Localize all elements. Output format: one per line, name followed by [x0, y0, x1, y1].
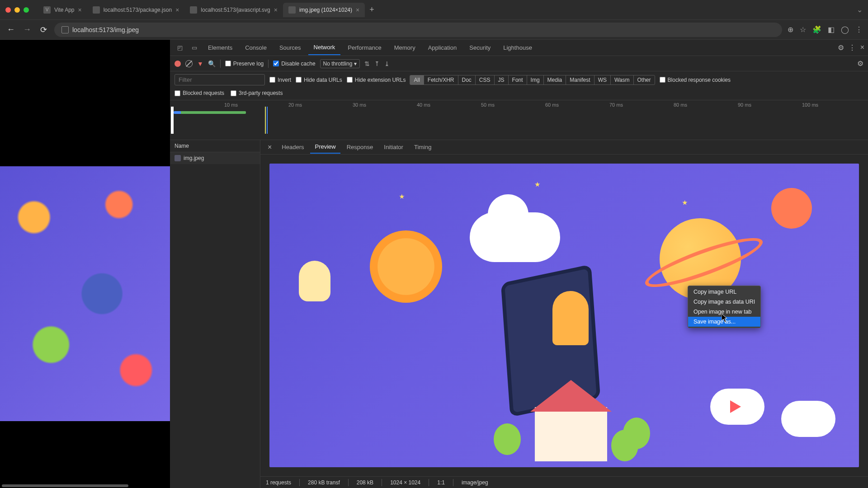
- forward-button[interactable]: →: [22, 25, 33, 34]
- type-pill-font[interactable]: Font: [508, 75, 527, 85]
- type-pill-ws[interactable]: WS: [594, 75, 611, 85]
- type-pill-doc[interactable]: Doc: [458, 75, 476, 85]
- tab-label: localhost:5173/package.json: [104, 7, 172, 13]
- browser-tab[interactable]: V Vite App ×: [38, 3, 87, 17]
- detail-tab-timing[interactable]: Timing: [410, 141, 436, 153]
- panel-tab-application[interactable]: Application: [423, 41, 462, 55]
- extensions-icon[interactable]: 🧩: [812, 25, 821, 34]
- address-bar[interactable]: localhost:5173/img.jpeg: [54, 23, 782, 37]
- context-menu-item-copy-url[interactable]: Copy image URL: [688, 287, 760, 297]
- network-toolbar: ▼ 🔍 Preserve log Disable cache No thrott…: [170, 56, 868, 71]
- browser-toolbar: ← → ⟳ localhost:5173/img.jpeg ⊕ ☆ 🧩 ◧ ◯ …: [0, 20, 868, 40]
- network-conditions-icon[interactable]: ⇅: [364, 60, 370, 67]
- chevron-down-icon[interactable]: ⌄: [857, 5, 863, 14]
- browser-tab-active[interactable]: img.jpeg (1024×1024) ×: [283, 3, 365, 17]
- gear-sun-illustration: [370, 230, 442, 303]
- back-button[interactable]: ←: [5, 25, 16, 34]
- rendered-image[interactable]: [0, 166, 170, 421]
- tree-illustration: [494, 423, 521, 455]
- type-pill-js[interactable]: JS: [494, 75, 509, 85]
- site-info-icon[interactable]: [61, 26, 69, 33]
- invert-checkbox[interactable]: Invert: [269, 77, 291, 83]
- file-type-icon: [175, 155, 181, 161]
- hide-extension-urls-checkbox[interactable]: Hide extension URLs: [347, 77, 406, 83]
- star-icon: [399, 194, 405, 199]
- inspect-element-icon[interactable]: ◰: [174, 42, 186, 54]
- type-pill-media[interactable]: Media: [543, 75, 566, 85]
- type-pill-fetchxhr[interactable]: Fetch/XHR: [424, 75, 458, 85]
- detail-tab-initiator[interactable]: Initiator: [379, 141, 408, 153]
- filter-input[interactable]: [175, 74, 265, 85]
- type-pill-other[interactable]: Other: [633, 75, 655, 85]
- close-tab-icon[interactable]: ×: [175, 6, 179, 14]
- panel-tab-console[interactable]: Console: [240, 41, 272, 55]
- preview-image[interactable]: [269, 164, 859, 467]
- close-detail-icon[interactable]: ×: [264, 143, 275, 151]
- type-pill-css[interactable]: CSS: [475, 75, 495, 85]
- kebab-icon[interactable]: ⋮: [849, 43, 856, 52]
- disable-cache-checkbox[interactable]: Disable cache: [273, 61, 315, 67]
- moon-illustration: [771, 188, 812, 229]
- maximize-window-button[interactable]: [24, 7, 29, 13]
- bookmark-icon[interactable]: ☆: [800, 25, 806, 34]
- timeline-domcontent-marker: [265, 107, 266, 134]
- preserve-log-checkbox[interactable]: Preserve log: [225, 61, 264, 67]
- network-statusbar: 1 requests 280 kB transf 208 kB 1024 × 1…: [260, 476, 868, 488]
- panel-tab-performance[interactable]: Performance: [342, 41, 387, 55]
- close-tab-icon[interactable]: ×: [274, 6, 278, 14]
- request-list: Name img.jpeg: [170, 140, 260, 488]
- close-tab-icon[interactable]: ×: [78, 6, 81, 14]
- request-detail: × Headers Preview Response Initiator Tim…: [260, 140, 868, 488]
- request-row[interactable]: img.jpeg: [170, 152, 260, 164]
- browser-tab[interactable]: localhost:5173/javascript.svg ×: [184, 3, 283, 17]
- export-har-icon[interactable]: ⤓: [384, 60, 390, 67]
- gear-icon[interactable]: ⚙: [838, 43, 844, 52]
- import-har-icon[interactable]: ⤒: [374, 60, 380, 67]
- type-pill-img[interactable]: Img: [527, 75, 544, 85]
- hide-data-urls-checkbox[interactable]: Hide data URLs: [296, 77, 342, 83]
- tab-label: localhost:5173/javascript.svg: [201, 7, 270, 13]
- throttling-select[interactable]: No throttling▾: [320, 59, 360, 68]
- close-devtools-icon[interactable]: ×: [860, 43, 864, 52]
- profile-icon[interactable]: ◯: [841, 25, 849, 34]
- panel-tab-sources[interactable]: Sources: [274, 41, 307, 55]
- panel-tab-memory[interactable]: Memory: [389, 41, 421, 55]
- type-pill-manifest[interactable]: Manifest: [566, 75, 594, 85]
- network-body: Name img.jpeg × Headers Preview Response…: [170, 140, 868, 488]
- list-header-name[interactable]: Name: [170, 140, 260, 152]
- device-toolbar-icon[interactable]: ▭: [188, 42, 201, 54]
- network-timeline[interactable]: 10 ms 20 ms 30 ms 40 ms 50 ms 60 ms 70 m…: [170, 100, 868, 140]
- blocked-requests-checkbox[interactable]: Blocked requests: [175, 90, 224, 96]
- type-pill-wasm[interactable]: Wasm: [610, 75, 634, 85]
- third-party-checkbox[interactable]: 3rd-party requests: [231, 90, 283, 96]
- search-icon[interactable]: 🔍: [208, 60, 216, 67]
- type-pill-all[interactable]: All: [410, 75, 424, 85]
- zoom-icon[interactable]: ⊕: [788, 25, 793, 34]
- devtools-tabs: ◰ ▭ Elements Console Sources Network Per…: [170, 40, 868, 56]
- status-dimensions: 1024 × 1024: [390, 479, 420, 486]
- panel-tab-network[interactable]: Network: [308, 40, 341, 55]
- request-name: img.jpeg: [184, 155, 204, 161]
- context-menu-item-copy-datauri[interactable]: Copy image as data URI: [688, 297, 760, 307]
- detail-tab-preview[interactable]: Preview: [310, 141, 340, 154]
- network-settings-icon[interactable]: ⚙: [857, 59, 863, 68]
- timeline-start-handle[interactable]: [171, 107, 174, 134]
- reload-button[interactable]: ⟳: [38, 25, 49, 35]
- menu-icon[interactable]: ⋮: [855, 25, 863, 34]
- close-tab-icon[interactable]: ×: [356, 6, 359, 14]
- minimize-window-button[interactable]: [14, 7, 20, 13]
- filter-toggle-icon[interactable]: ▼: [197, 60, 203, 67]
- detail-tab-response[interactable]: Response: [342, 141, 378, 153]
- panel-tab-lighthouse[interactable]: Lighthouse: [498, 41, 538, 55]
- panel-tab-security[interactable]: Security: [464, 41, 496, 55]
- horizontal-scrollbar[interactable]: [2, 484, 128, 487]
- close-window-button[interactable]: [5, 7, 11, 13]
- blocked-cookies-checkbox[interactable]: Blocked response cookies: [660, 77, 731, 83]
- side-panel-icon[interactable]: ◧: [828, 25, 835, 34]
- clear-button[interactable]: [185, 60, 193, 67]
- record-button[interactable]: [175, 61, 181, 67]
- new-tab-button[interactable]: +: [365, 5, 379, 14]
- detail-tab-headers[interactable]: Headers: [277, 141, 308, 153]
- panel-tab-elements[interactable]: Elements: [203, 41, 238, 55]
- browser-tab[interactable]: localhost:5173/package.json ×: [87, 3, 185, 17]
